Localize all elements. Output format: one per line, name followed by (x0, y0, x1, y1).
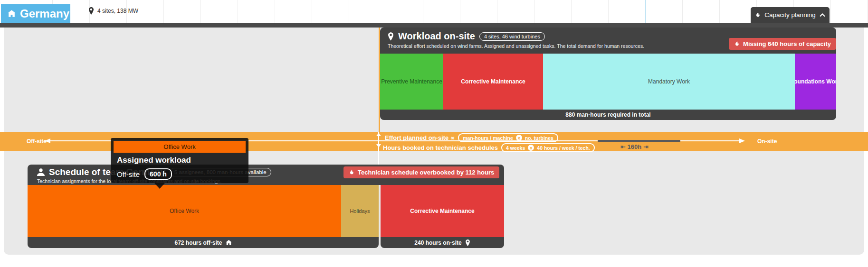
flame-icon (734, 41, 740, 47)
tooltip-pointer (154, 183, 165, 189)
drawer-top-edge (0, 23, 868, 28)
flame-icon (349, 169, 354, 175)
hours-booked-row: Hours booked on technician schedules 4 w… (383, 143, 595, 152)
schedule-segment-holidays[interactable]: Holidays (341, 185, 379, 237)
capacity-planning-screen: Germany 4 sites, 138 MW Capacity plannin… (0, 0, 868, 267)
effort-planned-label: Effort planned on-site ∝ (385, 134, 455, 141)
overbooked-alert: Technician schedule overbooked by 112 ho… (343, 166, 499, 178)
sites-summary: 4 sites, 138 MW (88, 7, 138, 15)
workload-segment-preventive[interactable]: Preventive Maintenance (380, 54, 443, 110)
workload-bar-chart: Preventive Maintenance Corrective Mainte… (380, 54, 836, 110)
map-pin-icon (465, 239, 470, 246)
multiply-icon: x (516, 135, 522, 141)
band-axis-line-right (680, 140, 740, 141)
offsite-hours-footer: 672 hours off-site (28, 237, 379, 248)
home-icon (8, 10, 16, 17)
capacity-planning-label: Capacity planning (764, 11, 815, 18)
workload-segment-mandatory[interactable]: Mandatory Work (543, 54, 795, 110)
arrow-down-icon (376, 144, 381, 147)
effort-formula-part2: no. turbines (525, 135, 553, 141)
workload-sites-badge: 4 sites, 46 wind turbines (479, 32, 545, 41)
schedule-description: Technician assignments for the local tea… (37, 178, 496, 184)
missing-capacity-label: Missing 640 hours of capacity (743, 40, 831, 47)
effort-planned-row: Effort planned on-site ∝ man-hours / mac… (385, 133, 558, 142)
workload-segment-foundations[interactable]: Foundations Work (795, 54, 836, 110)
effort-formula-part1: man-hours / machine (463, 135, 513, 141)
arrow-up-icon (376, 133, 381, 136)
tooltip-task-title: Office Work (114, 141, 246, 153)
offsite-hours-label: 672 hours off-site (174, 239, 222, 246)
band-divider-extension (378, 151, 379, 165)
offsite-axis-label: Off-site (27, 138, 47, 145)
tech-capacity-marker: ⇤ 160h ⇥ (620, 143, 649, 150)
region-tab-germany[interactable]: Germany (1, 4, 70, 23)
tooltip-value-row: Off-site 600 h (117, 168, 246, 180)
booked-formula-part1: 4 weeks (506, 145, 525, 151)
home-icon (226, 240, 232, 245)
capacity-planning-toggle[interactable]: Capacity planning (751, 7, 830, 23)
map-pin-icon (388, 32, 394, 41)
schedule-segment-corrective[interactable]: Corrective Maintenance (381, 185, 504, 237)
map-pin-icon (88, 7, 94, 15)
workload-tooltip: Office Work Assigned workload Off-site 6… (111, 138, 248, 183)
hours-booked-label: Hours booked on technician schedules (383, 144, 498, 151)
tech-capacity-segment (598, 140, 680, 142)
booked-formula-badge: 4 weeks x 40 hours / week / tech. (501, 143, 595, 152)
tooltip-row-label: Off-site (117, 170, 140, 178)
multiply-icon: x (528, 145, 534, 151)
arrow-right-icon (739, 138, 745, 143)
effort-formula-badge: man-hours / machine x no. turbines (458, 133, 558, 142)
onsite-hours-footer: 240 hours on-site (381, 237, 504, 248)
onsite-axis-label: On-site (757, 138, 777, 145)
person-icon (37, 168, 45, 176)
onsite-hours-label: 240 hours on-site (414, 239, 461, 246)
workload-total-footer: 880 man-hours required in total (380, 110, 836, 120)
region-tab-label: Germany (20, 7, 69, 20)
sites-summary-label: 4 sites, 138 MW (97, 8, 138, 14)
flame-icon (755, 12, 761, 18)
schedule-segment-office-work[interactable]: Office Work (28, 185, 341, 237)
tooltip-hours-badge: 600 h (144, 168, 172, 180)
workload-segment-corrective[interactable]: Corrective Maintenance (443, 54, 543, 110)
booked-formula-part2: 40 hours / week / tech. (537, 145, 590, 151)
overbooked-label: Technician schedule overbooked by 112 ho… (358, 169, 494, 176)
workload-panel-title: Workload on-site (398, 31, 475, 42)
tooltip-heading: Assigned workload (117, 156, 246, 165)
timeline-today-gridline (645, 0, 646, 23)
missing-capacity-alert: Missing 640 hours of capacity (729, 38, 836, 50)
chevron-up-icon (820, 13, 825, 17)
